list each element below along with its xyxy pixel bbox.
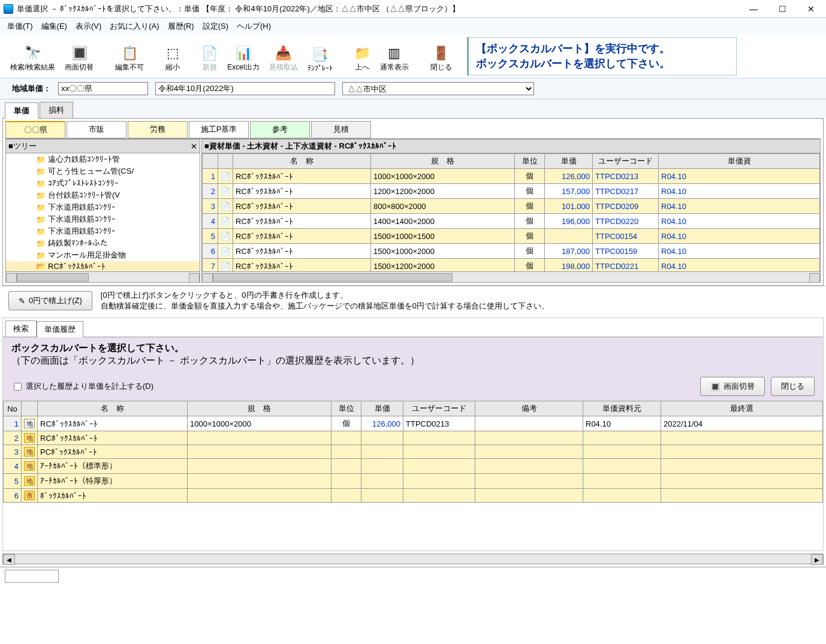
hist-close-button[interactable]: 閉じる: [771, 377, 815, 396]
window-title: 単価選択 － ﾎﾞｯｸｽｶﾙﾊﾞｰﾄを選択して下さい。：単価 【年度： 令和4年…: [17, 4, 460, 14]
cat-pref[interactable]: 〇〇県: [5, 121, 65, 138]
menu-price[interactable]: 単価(T): [7, 21, 33, 32]
toolbar-switch-button[interactable]: 🔳画面切替: [61, 38, 98, 74]
status-input[interactable]: [5, 570, 59, 583]
menu-help[interactable]: ヘルプ(H): [237, 21, 271, 32]
folder-icon: 📁: [36, 191, 46, 200]
menu-view[interactable]: 表示(V): [76, 21, 101, 32]
zero-yen-button[interactable]: ✎0円で積上げ(Z): [8, 291, 92, 310]
folder-icon: 📁: [36, 155, 46, 164]
toolbar-up-button[interactable]: 📁上へ: [350, 38, 375, 74]
tree-item[interactable]: 📁下水道用鉄筋ｺﾝｸﾘｰ: [6, 213, 200, 225]
tree-item[interactable]: 📁台付鉄筋ｺﾝｸﾘｰﾄ管(V: [6, 189, 200, 201]
folder-icon: 📁: [36, 239, 46, 248]
switch-icon: 🔳: [71, 44, 88, 62]
history-row[interactable]: 2地RCﾎﾞｯｸｽｶﾙﾊﾞｰﾄ: [4, 431, 823, 445]
menu-edit[interactable]: 編集(E): [41, 21, 67, 32]
folder-icon: 📁: [36, 251, 46, 260]
tab-content: 〇〇県 市販 労務 施工P基準 参考 見積 ■ツリー ✕ 📁遠心力鉄筋ｺﾝｸﾘｰ…: [2, 118, 824, 286]
cat-estimate[interactable]: 見積: [311, 121, 371, 138]
tab-price[interactable]: 単価: [5, 102, 38, 119]
view-icon: ▥: [388, 44, 400, 62]
folder-icon: 📁: [36, 227, 46, 236]
shrink-icon: ⬚: [167, 44, 179, 62]
hist-use-checkbox[interactable]: 選択した履歴より単価を計上する(D): [11, 381, 153, 392]
region-label: 地域単価：: [12, 83, 51, 94]
toolbar-normal-button[interactable]: ▥通常表示: [376, 38, 413, 74]
tree-body[interactable]: 📁遠心力鉄筋ｺﾝｸﾘｰﾄ管📁可とう性ヒューム管(CS/📁ｺｱ式ﾌﾟﾚｽﾄﾚｽﾄｺ…: [6, 153, 200, 271]
cat-market[interactable]: 市販: [67, 121, 126, 138]
hist-tab-search[interactable]: 検索: [5, 321, 37, 337]
pencil-icon: ✎: [19, 297, 25, 306]
switch-icon: 🔳: [710, 382, 720, 391]
toolbar-close-button[interactable]: 🚪閉じる: [426, 38, 456, 74]
history-row[interactable]: 6市ﾎﾞｯｸｽｶﾙﾊﾞｰﾄ: [4, 489, 823, 503]
region-badge: 地: [24, 419, 35, 428]
document-icon: 📄: [221, 247, 230, 256]
folder-icon: 📁: [36, 167, 46, 176]
menu-settings[interactable]: 設定(S): [203, 21, 228, 32]
toolbar-search-button[interactable]: 🔭検索/検索結果: [6, 38, 59, 74]
region-badge: 地: [24, 433, 35, 443]
grid-row[interactable]: 3📄RCﾎﾞｯｸｽｶﾙﾊﾞｰﾄ800×800×2000個101,000TTPCD…: [203, 199, 820, 214]
history-panel: 検索 単価履歴 ボックスカルバートを選択して下さい。 （下の画面は「ボックスカル…: [2, 318, 824, 551]
prefecture-input[interactable]: [58, 82, 148, 95]
region-badge: 市: [24, 491, 35, 500]
toolbar-shrink-button[interactable]: ⬚縮小: [161, 38, 184, 74]
statusbar: [0, 567, 826, 585]
history-row[interactable]: 3地PCﾎﾞｯｸｽｶﾙﾊﾞｰﾄ: [4, 445, 823, 459]
region-bar: 地域単価： △△市中区: [0, 78, 826, 99]
tree-item[interactable]: 📁ｺｱ式ﾌﾟﾚｽﾄﾚｽﾄｺﾝｸﾘｰ: [6, 177, 200, 189]
window-titlebar: 単価選択 － ﾎﾞｯｸｽｶﾙﾊﾞｰﾄを選択して下さい。：単価 【年度： 令和4年…: [0, 0, 826, 18]
grid-row[interactable]: 2📄RCﾎﾞｯｸｽｶﾙﾊﾞｰﾄ1200×1200×2000個157,000TTP…: [203, 184, 820, 199]
tree-close-icon[interactable]: ✕: [191, 142, 197, 151]
grid-row[interactable]: 7📄RCﾎﾞｯｸｽｶﾙﾊﾞｰﾄ1500×1200×2000個198,000TTP…: [203, 259, 820, 272]
toolbar-template-button[interactable]: 📑ﾃﾝﾌﾟﾚｰﾄ: [303, 38, 337, 74]
grid-scrollbar[interactable]: [202, 271, 820, 282]
bottom-scrollbar[interactable]: [2, 554, 824, 564]
document-icon: 📄: [221, 262, 230, 271]
folder-icon: 📁: [36, 215, 46, 224]
tree-item[interactable]: 📁下水道用鉄筋ｺﾝｸﾘｰ: [6, 201, 200, 213]
tree-item[interactable]: 📁鋳鉄製ﾏﾝﾎｰﾙふた: [6, 237, 200, 249]
menu-favorite[interactable]: お気に入り(A): [110, 21, 159, 32]
up-icon: 📁: [354, 44, 370, 62]
grid-row[interactable]: 5📄RCﾎﾞｯｸｽｶﾙﾊﾞｰﾄ1500×1000×1500個TTPC00154R…: [203, 229, 820, 244]
period-input[interactable]: [155, 82, 335, 95]
toolbar-import-button: 📥見積取込: [265, 38, 302, 74]
helper-text: [0円で積上げ]ボタンをクリックすると、0円の手書き行を作成します。 自動積算確…: [101, 290, 549, 312]
hist-tab-history[interactable]: 単価履歴: [37, 321, 83, 337]
exit-icon: 🚪: [433, 44, 449, 62]
area-select[interactable]: △△市中区: [342, 82, 534, 95]
close-button[interactable]: ✕: [797, 1, 825, 17]
tree-item[interactable]: 📁可とう性ヒューム管(CS/: [6, 165, 200, 177]
region-badge: 地: [24, 461, 35, 471]
hist-subtitle: （下の画面は「ボックスカルバート － ボックスカルバート」の選択履歴を表示してい…: [11, 355, 815, 367]
grid-row[interactable]: 6📄RCﾎﾞｯｸｽｶﾙﾊﾞｰﾄ1500×1000×2000個187,000TTP…: [203, 244, 820, 259]
maximize-button[interactable]: ☐: [768, 1, 796, 17]
cat-labor[interactable]: 労務: [128, 121, 188, 138]
hist-switch-button[interactable]: 🔳画面切替: [700, 377, 765, 396]
tree-item[interactable]: 📁遠心力鉄筋ｺﾝｸﾘｰﾄ管: [6, 153, 200, 165]
cat-ref[interactable]: 参考: [250, 121, 310, 138]
menu-history[interactable]: 履歴(R): [168, 21, 194, 32]
minimize-button[interactable]: —: [740, 1, 767, 17]
tree-scrollbar[interactable]: [6, 271, 200, 282]
category-tabs: 〇〇県 市販 労務 施工P基準 参考 見積: [5, 121, 821, 139]
excel-icon: 📊: [236, 44, 252, 62]
history-row[interactable]: 4地ｱｰﾁｶﾙﾊﾞｰﾄ（標準形）: [4, 459, 823, 474]
grid-row[interactable]: 4📄RCﾎﾞｯｸｽｶﾙﾊﾞｰﾄ1400×1400×2000個196,000TTP…: [203, 214, 820, 229]
toolbar-excel-button[interactable]: 📊Excel出力: [223, 38, 263, 74]
tree-item[interactable]: 📂RCﾎﾞｯｸｽｶﾙﾊﾞｰﾄ: [6, 261, 200, 271]
history-row[interactable]: 1地RCﾎﾞｯｸｽｶﾙﾊﾞｰﾄ1000×1000×2000個126,000TTP…: [4, 416, 823, 431]
toolbar-noedit-button[interactable]: 📋編集不可: [111, 38, 148, 74]
history-row[interactable]: 5地ｱｰﾁｶﾙﾊﾞｰﾄ（特厚形）: [4, 474, 823, 489]
tree-header: ■ツリー: [8, 141, 37, 152]
tree-item[interactable]: 📁下水道用鉄筋ｺﾝｸﾘｰ: [6, 225, 200, 237]
grid-row[interactable]: 1📄RCﾎﾞｯｸｽｶﾙﾊﾞｰﾄ1000×1000×2000個126,000TTP…: [203, 169, 820, 184]
tree-item[interactable]: 📁マンホール用足掛金物: [6, 249, 200, 261]
document-icon: 📄: [221, 172, 230, 181]
history-grid: No 名 称 規 格 単位 単価 ユーザーコード 備考 単価資料元 最終選 1地…: [3, 401, 823, 503]
cat-standard[interactable]: 施工P基準: [189, 121, 249, 138]
tab-loss[interactable]: 損料: [40, 102, 73, 118]
